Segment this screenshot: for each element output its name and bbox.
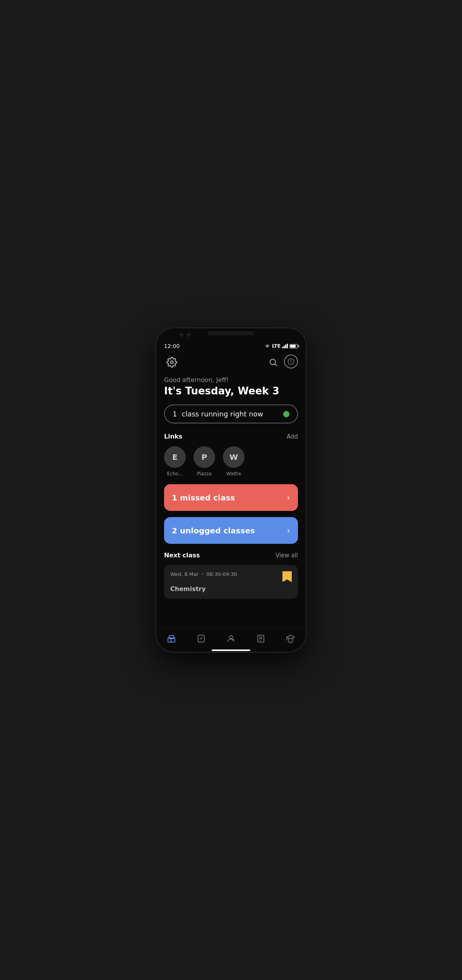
cameras [180,333,190,337]
tasks-icon [196,633,207,644]
link-circle-piazza: P [193,446,215,468]
link-label-echo: Echo... [167,471,183,476]
links-row: E Echo... P Piazza W Wattle [164,446,298,476]
next-class-date-text: Wed, 8 Mar [170,571,199,577]
next-class-card[interactable]: Wed, 8 Mar • 08:30-09:30 Chemistry [164,565,298,599]
link-item-piazza[interactable]: P Piazza [193,446,215,476]
search-button[interactable] [265,355,281,370]
search-icon [269,358,278,367]
notch-area [156,328,306,342]
camera-1 [180,333,183,337]
link-item-wattle[interactable]: W Wattle [223,446,245,476]
link-circle-echo: E [164,446,186,468]
svg-point-1 [270,359,275,365]
nav-home[interactable] [161,632,181,646]
main-content: Good afternoon, Jeff! It's Tuesday, Week… [156,351,306,628]
missed-class-button[interactable]: 1 missed class › [164,484,298,511]
home-indicator [212,649,250,651]
date-text: It's Tuesday, Week 3 [164,385,298,397]
greeting-text: Good afternoon, Jeff! [164,376,298,384]
bottom-nav [156,628,306,647]
notes-icon [255,633,266,644]
next-class-card-header: Wed, 8 Mar • 08:30-09:30 [170,571,292,582]
unlogged-classes-label: 2 unlogged classes [172,526,255,535]
next-class-date: Wed, 8 Mar • 08:30-09:30 [170,571,237,577]
signal-icon [282,344,288,348]
next-class-time: 08:30-09:30 [206,571,237,577]
link-label-piazza: Piazza [197,471,212,476]
add-link-button[interactable]: Add [287,433,298,440]
svg-point-10 [229,636,233,639]
greeting-section: Good afternoon, Jeff! It's Tuesday, Week… [156,376,306,404]
nav-notes[interactable] [251,632,271,646]
svg-line-2 [275,364,277,367]
settings-button[interactable] [164,355,180,370]
missed-class-chevron: › [287,493,290,502]
active-indicator [283,411,289,417]
notch-bar [208,331,254,335]
class-running-label: class running right now [181,410,279,418]
svg-point-0 [171,361,173,364]
next-class-name: Chemistry [170,585,292,593]
status-bar: 12:00 LTE [156,342,306,351]
learn-icon [285,633,296,644]
camera-2 [187,333,190,337]
links-header: Links Add [164,433,298,440]
nav-tasks[interactable] [191,632,211,646]
action-buttons: 1 missed class › 2 unlogged classes › [156,484,306,552]
gear-icon [166,357,177,368]
link-item-echo[interactable]: E Echo... [164,446,186,476]
class-running-button[interactable]: 1 class running right now [164,404,298,423]
unlogged-classes-button[interactable]: 2 unlogged classes › [164,517,298,544]
header-right-icons [265,355,298,370]
info-button[interactable] [284,355,298,368]
nav-learn[interactable] [281,632,301,646]
missed-class-label: 1 missed class [172,493,235,502]
attendance-icon [226,633,236,644]
unlogged-chevron: › [287,526,290,535]
class-count: 1 [173,410,177,418]
next-class-title: Next class [164,552,200,559]
next-class-header: Next class View all [164,552,298,559]
status-icons: LTE [264,343,298,349]
links-title: Links [164,433,182,440]
status-time: 12:00 [164,343,180,349]
battery-icon [289,344,298,348]
nav-attendance[interactable] [221,632,241,646]
bookmark-icon [282,571,292,582]
phone-shell: 12:00 LTE [156,327,306,653]
app-header [156,351,306,376]
home-icon [166,633,177,644]
lte-label: LTE [272,343,281,349]
links-section: Links Add E Echo... P Piazza W Wattle [156,433,306,484]
info-icon [287,358,294,365]
next-class-section: Next class View all Wed, 8 Mar • 08:30-0… [156,552,306,605]
wifi-icon [264,344,270,348]
view-all-button[interactable]: View all [275,552,298,559]
link-circle-wattle: W [223,446,245,468]
link-label-wattle: Wattle [226,471,241,476]
